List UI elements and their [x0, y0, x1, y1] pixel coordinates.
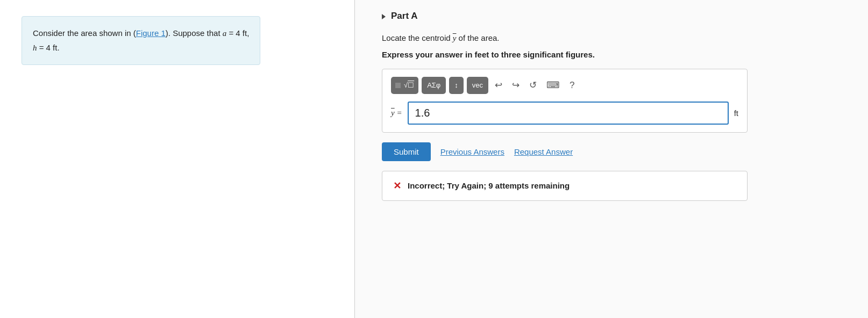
input-row: y = ft [391, 102, 738, 125]
input-label: y = [391, 109, 402, 118]
superscript-label: ↕ [454, 81, 458, 89]
undo-icon: ↩ [495, 80, 502, 91]
help-icon: ? [570, 80, 574, 91]
greek-symbols-button[interactable]: ΑΣφ [422, 77, 446, 94]
refresh-icon: ↺ [529, 80, 537, 91]
sqrt-label: √☐ [404, 81, 414, 89]
vector-label: vec [472, 81, 483, 89]
refresh-button[interactable]: ↺ [526, 77, 540, 94]
input-unit: ft [734, 109, 738, 118]
question-text: Locate the centroid y of the area. [382, 32, 846, 45]
answer-box: √☐ ΑΣφ ↕ vec ↩ ↪ ↺ ⌨ ? [382, 69, 748, 133]
figure-link[interactable]: Figure 1 [136, 28, 166, 38]
collapse-arrow-icon[interactable] [382, 14, 386, 19]
keyboard-icon: ⌨ [546, 80, 560, 91]
keyboard-button[interactable]: ⌨ [543, 77, 563, 94]
feedback-text: Incorrect; Try Again; 9 attempts remaini… [408, 181, 570, 190]
previous-answers-link[interactable]: Previous Answers [440, 147, 504, 156]
actions-row: Submit Previous Answers Request Answer [382, 142, 846, 161]
request-answer-link[interactable]: Request Answer [514, 147, 573, 156]
greek-label: ΑΣφ [427, 81, 440, 89]
superscript-button[interactable]: ↕ [449, 77, 464, 94]
redo-icon: ↪ [512, 80, 520, 91]
help-button[interactable]: ? [566, 77, 578, 94]
undo-button[interactable]: ↩ [492, 77, 506, 94]
redo-button[interactable]: ↪ [509, 77, 523, 94]
left-panel: Consider the area shown in (Figure 1). S… [0, 0, 355, 318]
part-header: Part A [382, 11, 846, 21]
right-panel: Part A Locate the centroid y of the area… [355, 0, 868, 318]
toolbar: √☐ ΑΣφ ↕ vec ↩ ↪ ↺ ⌨ ? [391, 77, 738, 94]
fraction-sqrt-button[interactable]: √☐ [391, 77, 418, 94]
part-title: Part A [391, 11, 417, 21]
vector-button[interactable]: vec [467, 77, 488, 94]
problem-box: Consider the area shown in (Figure 1). S… [22, 16, 260, 65]
answer-input[interactable] [408, 102, 729, 125]
incorrect-icon: ✕ [393, 180, 401, 192]
feedback-box: ✕ Incorrect; Try Again; 9 attempts remai… [382, 171, 748, 201]
question-instruction: Express your answer in feet to three sig… [382, 50, 846, 59]
question-text-suffix: of the area. [456, 33, 499, 42]
submit-button[interactable]: Submit [382, 142, 431, 161]
problem-text: Consider the area shown in (Figure 1). S… [33, 28, 249, 52]
question-text-prefix: Locate the centroid [382, 33, 453, 42]
